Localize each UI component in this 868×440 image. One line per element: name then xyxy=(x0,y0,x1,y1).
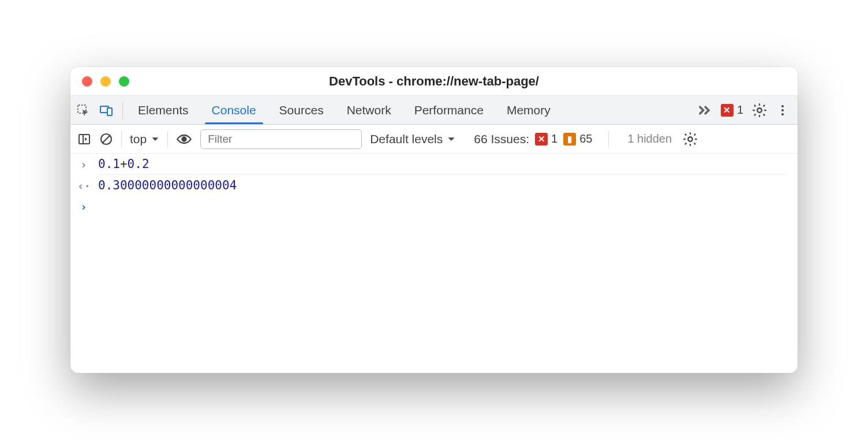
titlebar: DevTools - chrome://new-tab-page/ xyxy=(70,67,798,96)
window-title: DevTools - chrome://new-tab-page/ xyxy=(70,74,798,89)
issues-error-count: 1 xyxy=(551,132,558,146)
settings-icon[interactable] xyxy=(751,102,768,118)
issues-label[interactable]: 66 Issues: xyxy=(474,132,529,146)
inspect-element-icon[interactable] xyxy=(76,103,90,117)
issues-warning-count: 65 xyxy=(579,132,592,146)
divider xyxy=(608,131,609,147)
prompt-arrow-icon: › xyxy=(77,199,90,213)
minimize-window-button[interactable] xyxy=(100,76,111,87)
error-icon: ✕ xyxy=(721,104,734,117)
svg-point-3 xyxy=(757,108,761,112)
issues-errors[interactable]: ✕ 1 xyxy=(535,132,558,146)
tab-performance[interactable]: Performance xyxy=(403,96,495,124)
chevron-down-icon xyxy=(151,135,159,143)
svg-rect-2 xyxy=(107,108,112,115)
devtools-tabstrip: Elements Console Sources Network Perform… xyxy=(70,96,798,125)
console-result-row: ‹· 0.30000000000000004 xyxy=(70,175,798,196)
live-expression-icon[interactable] xyxy=(176,131,192,147)
tab-sources[interactable]: Sources xyxy=(268,96,335,124)
chevron-down-icon xyxy=(447,135,455,143)
tab-elements[interactable]: Elements xyxy=(126,96,200,124)
warning-icon: ▮ xyxy=(563,133,576,146)
console-output[interactable]: › 0.1+0.2 ‹· 0.30000000000000004 › xyxy=(70,154,798,373)
console-input-row: › 0.1+0.2 xyxy=(70,154,798,174)
divider xyxy=(167,131,168,147)
console-prompt-row[interactable]: › xyxy=(70,196,798,217)
output-arrow-icon: ‹· xyxy=(77,178,90,192)
clear-console-icon[interactable] xyxy=(99,132,113,146)
close-window-button[interactable] xyxy=(82,76,92,87)
svg-line-10 xyxy=(103,136,110,143)
svg-point-12 xyxy=(688,137,692,141)
panel-tabs: Elements Console Sources Network Perform… xyxy=(126,96,562,124)
tab-network[interactable]: Network xyxy=(335,96,403,124)
console-settings-icon[interactable] xyxy=(682,131,698,147)
error-count: 1 xyxy=(737,103,743,117)
device-toolbar-icon[interactable] xyxy=(99,103,113,117)
console-expression: 0.1+0.2 xyxy=(98,157,149,171)
error-icon: ✕ xyxy=(535,133,548,146)
console-result: 0.30000000000000004 xyxy=(98,178,237,192)
svg-point-5 xyxy=(781,109,784,111)
devtools-window: DevTools - chrome://new-tab-page/ Elemen… xyxy=(70,67,798,373)
svg-point-6 xyxy=(781,113,784,115)
log-levels-select[interactable]: Default levels xyxy=(370,132,455,146)
divider xyxy=(122,102,123,119)
error-counter[interactable]: ✕ 1 xyxy=(721,103,743,117)
console-toolbar: top Default levels 66 Issues: ✕ 1 ▮ 65 xyxy=(70,125,798,154)
window-controls xyxy=(70,76,129,87)
svg-point-4 xyxy=(781,105,784,107)
filter-input[interactable] xyxy=(200,129,362,149)
svg-point-11 xyxy=(182,137,186,141)
zoom-window-button[interactable] xyxy=(119,76,129,87)
tab-memory[interactable]: Memory xyxy=(495,96,562,124)
divider xyxy=(121,131,122,147)
more-tabs-icon[interactable] xyxy=(697,102,713,118)
svg-rect-7 xyxy=(79,135,89,144)
issues-warnings[interactable]: ▮ 65 xyxy=(563,132,592,146)
toggle-sidebar-icon[interactable] xyxy=(77,132,91,146)
execution-context-select[interactable]: top xyxy=(130,132,159,146)
tab-console[interactable]: Console xyxy=(200,96,268,124)
hidden-messages-link[interactable]: 1 hidden xyxy=(627,132,672,146)
levels-label: Default levels xyxy=(370,132,443,146)
context-label: top xyxy=(130,132,147,146)
input-arrow-icon: › xyxy=(77,157,90,171)
more-options-icon[interactable] xyxy=(776,103,790,117)
